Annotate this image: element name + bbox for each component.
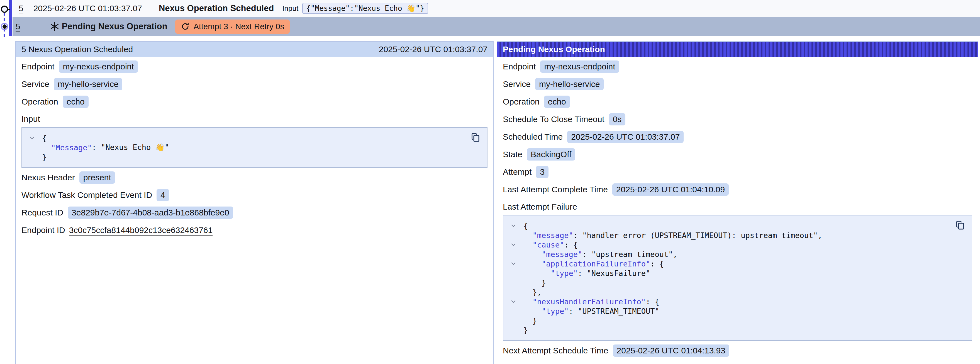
field-label: Workflow Task Completed Event ID (21, 190, 152, 200)
history-row-nexus-operation-scheduled[interactable]: 5 2025-02-26 UTC 01:03:37.07 Nexus Opera… (13, 0, 980, 17)
event-detail-header-title: 5 Nexus Operation Scheduled (21, 45, 133, 54)
field-value-badge: 2025-02-26 UTC 01:04:10.09 (612, 184, 729, 196)
event-id-link[interactable]: 5 (19, 4, 24, 13)
json-text: : "NexusFailure" (578, 269, 650, 278)
json-code-line: { (509, 221, 966, 230)
json-key: "type" (551, 269, 578, 278)
field-label: Attempt (503, 167, 531, 177)
json-text (523, 269, 551, 278)
collapse-chevron-icon[interactable] (509, 298, 523, 305)
pending-operation-header-title: Pending Nexus Operation (503, 45, 605, 54)
field-label: Next Attempt Schedule Time (503, 346, 608, 355)
field-row: Servicemy-hello-service (21, 78, 487, 91)
field-value-badge: my-hello-service (535, 78, 604, 90)
json-key: "message" (533, 231, 573, 240)
event-title: Nexus Operation Scheduled (159, 3, 274, 13)
field-label: State (503, 150, 522, 159)
json-code-line: { (27, 133, 481, 143)
failure-json-block: { "message": "handler error (UPSTREAM_TI… (503, 215, 972, 341)
field-row: Servicemy-hello-service (503, 78, 972, 91)
json-text: }, (523, 288, 541, 297)
field-label: Request ID (21, 208, 63, 217)
event-id-link[interactable]: 5 (16, 22, 20, 31)
pending-operation-body: Endpointmy-nexus-endpointServicemy-hello… (497, 60, 978, 357)
json-text (523, 241, 533, 249)
field-row: Next Attempt Schedule Time2025-02-26 UTC… (503, 344, 972, 357)
field-row: Operationecho (21, 95, 487, 108)
json-code-line: } (509, 325, 966, 335)
event-detail-body: Endpointmy-nexus-endpointServicemy-hello… (16, 60, 493, 236)
json-text: : { (564, 241, 578, 249)
field-value-badge: my-nexus-endpoint (540, 61, 619, 73)
history-row-pending-nexus-operation[interactable]: 5 Pending Nexus Operation Attempt 3 · Ne… (13, 17, 980, 36)
json-text: : "Nexus Echo 👋" (92, 143, 169, 152)
pending-operation-title: Pending Nexus Operation (62, 21, 167, 32)
json-code-line: "type": "NexusFailure" (509, 268, 966, 278)
field-row: Endpointmy-nexus-endpoint (21, 60, 487, 73)
copy-icon[interactable] (956, 220, 966, 230)
json-code-line: "message": "upstream timeout", (509, 249, 966, 259)
json-text (523, 231, 533, 240)
field-label: Endpoint (21, 62, 54, 71)
event-detail-header: 5 Nexus Operation Scheduled 2025-02-26 U… (16, 42, 493, 57)
field-row: Nexus Headerpresent (21, 171, 487, 184)
field-label: Endpoint (503, 62, 536, 71)
json-text: : "handler error (UPSTREAM_TIMEOUT): ups… (573, 231, 822, 240)
json-code-line: "cause": { (509, 240, 966, 249)
json-code-line: } (27, 152, 481, 162)
timeline-dot-fill (3, 24, 7, 29)
json-code-line: "message": "handler error (UPSTREAM_TIME… (509, 230, 966, 240)
json-text: } (523, 316, 537, 325)
field-label: Schedule To Close Timeout (503, 115, 605, 124)
collapse-chevron-icon[interactable] (509, 222, 523, 229)
event-input-chip: {"Message":"Nexus Echo 👋"} (302, 3, 428, 14)
json-text: : "UPSTREAM_TIMEOUT" (569, 307, 659, 316)
field-row: Endpoint ID3c0c75ccfa8144b092c13ce632463… (21, 224, 487, 236)
retry-icon (181, 22, 190, 31)
json-text: : { (646, 297, 659, 306)
copy-icon[interactable] (471, 132, 481, 143)
timeline-selection-bar (9, 0, 12, 36)
field-label: Service (21, 80, 49, 89)
json-text (42, 143, 51, 152)
field-row: Attempt3 (503, 166, 972, 178)
pending-operation-header: Pending Nexus Operation (497, 42, 978, 57)
json-key: "message" (541, 250, 582, 259)
json-text: } (523, 278, 546, 287)
json-code-line: "applicationFailureInfo": { (509, 259, 966, 268)
workflow-history-view: 5 2025-02-26 UTC 01:03:37.07 Nexus Opera… (0, 0, 980, 364)
event-detail-panel: 5 Nexus Operation Scheduled 2025-02-26 U… (15, 41, 494, 364)
json-key: "nexusHandlerFailureInfo" (533, 297, 646, 306)
field-row: Request ID3e829b7e-7d67-4b08-aad3-b1e868… (21, 206, 487, 219)
json-text (523, 307, 541, 316)
json-key: "type" (541, 307, 569, 316)
field-value-badge: 0s (609, 113, 626, 125)
pending-operation-asterisk-icon (49, 21, 60, 32)
json-key: "cause" (533, 241, 565, 249)
field-row: StateBackingOff (503, 148, 972, 161)
collapse-chevron-icon[interactable] (27, 135, 42, 141)
json-key: "Message" (51, 143, 92, 152)
event-input-label: Input (282, 4, 298, 13)
json-text: : { (650, 259, 664, 268)
field-value-badge: BackingOff (527, 148, 575, 161)
json-text (523, 250, 541, 259)
timeline-connector (8, 9, 10, 10)
collapse-chevron-icon[interactable] (509, 241, 523, 248)
field-label: Nexus Header (21, 173, 75, 182)
json-code-line: "Message": "Nexus Echo 👋" (27, 143, 481, 152)
field-label: Service (503, 80, 531, 89)
collapse-chevron-icon[interactable] (509, 260, 523, 267)
field-value-badge: my-hello-service (54, 78, 122, 90)
input-section-label: Input (21, 114, 487, 124)
field-row: Operationecho (503, 95, 972, 108)
timeline-current-dot-icon[interactable] (1, 23, 8, 30)
field-label: Operation (503, 97, 539, 107)
json-code-line: } (509, 316, 966, 325)
field-row: Schedule To Close Timeout0s (503, 113, 972, 126)
timeline-event-circle-icon[interactable] (1, 6, 8, 13)
json-text: { (42, 134, 46, 142)
field-label: Scheduled Time (503, 132, 563, 142)
input-json-block: { "Message": "Nexus Echo 👋"} (21, 127, 487, 168)
field-value-link[interactable]: 3c0c75ccfa8144b092c13ce632463761 (69, 225, 213, 235)
